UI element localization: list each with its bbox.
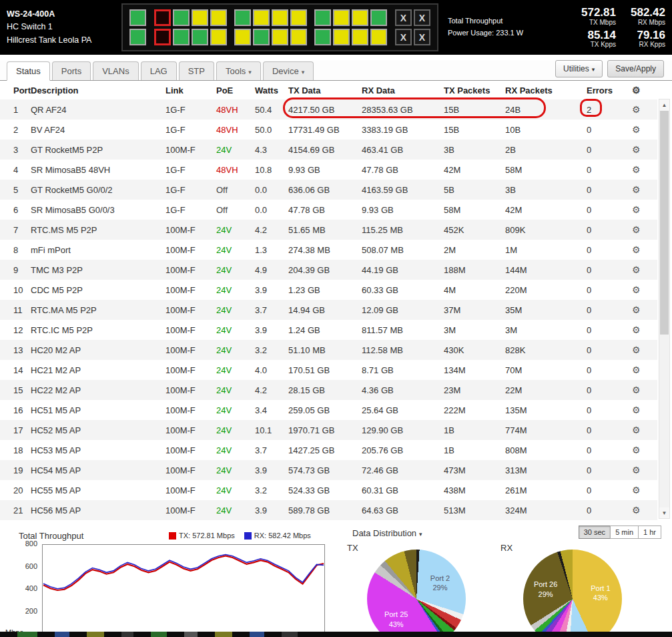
chevron-down-icon: ▾ [302,69,305,75]
table-row: 17HC52 M5 AP100M-F24V10.11970.71 GB129.9… [0,420,657,440]
port-led-green[interactable] [253,29,270,45]
sfp-port-x[interactable]: X [395,9,412,26]
port-settings-button[interactable]: ⚙ [632,224,641,235]
port-settings-button[interactable]: ⚙ [632,345,641,355]
utilities-button[interactable]: Utilities▾ [555,60,603,77]
port-settings-button[interactable]: ⚙ [632,485,641,495]
save-apply-button[interactable]: Save/Apply [607,60,664,77]
tab-vlans[interactable]: VLANs [93,61,138,80]
port-led-yellow[interactable] [192,9,208,26]
port-led-yellow[interactable] [352,29,368,45]
port-settings-button[interactable]: ⚙ [632,365,641,375]
device-name: HC Switch 1 [7,21,115,33]
cell-link: 100M-F [163,380,214,400]
port-settings-button[interactable]: ⚙ [632,184,641,195]
port-led-green[interactable] [192,29,208,45]
cell-poe: 24V [214,360,252,380]
port-led-yellow[interactable] [253,9,270,26]
cell-poe: 24V [214,380,252,400]
cell-rx_packets: 58M [502,160,584,180]
tab-stp[interactable]: STP [179,61,214,80]
cell-rx_packets: 774M [502,420,584,440]
tab-label: Status [16,66,41,76]
port-led-yellow[interactable] [272,29,288,45]
port-settings-button[interactable]: ⚙ [632,304,641,315]
cell-errors: 0 [584,260,629,280]
sfp-port-x[interactable]: X [414,9,430,26]
port-led-yellow[interactable] [210,29,227,45]
port-settings-button[interactable]: ⚙ [632,385,641,395]
tab-device[interactable]: Device▾ [263,61,314,80]
port-settings-button[interactable]: ⚙ [632,264,641,275]
cell-errors: 0 [584,320,629,340]
sfp-port-x[interactable]: X [414,29,430,45]
scrollbar-thumb[interactable] [660,111,669,335]
cell-rx_packets: 22M [502,380,584,400]
cell-rx_data: 4.36 GB [359,380,441,400]
port-led-green[interactable] [370,9,387,26]
port-settings-button[interactable]: ⚙ [632,204,641,215]
port-led-green[interactable] [173,29,190,45]
interval-button-30-sec[interactable]: 30 sec [579,525,611,539]
port-led-yellow[interactable] [210,9,227,26]
table-row: 4SR MimosaB5 48VH1G-F48VH10.89.93 GB47.7… [0,160,657,180]
port-settings-button[interactable]: ⚙ [632,465,641,475]
port-settings-button[interactable]: ⚙ [632,144,641,155]
port-led-red[interactable] [154,29,171,45]
port-settings-button[interactable]: ⚙ [632,445,641,455]
port-settings-button[interactable]: ⚙ [632,325,641,335]
stat-label: TX Mbps [581,19,616,26]
port-settings-button[interactable]: ⚙ [632,124,641,135]
port-led-green[interactable] [314,9,331,26]
port-settings-button[interactable]: ⚙ [632,405,641,415]
device-info: WS-24-400A HC Switch 1 Hillcrest Tank Le… [0,4,121,51]
cell-link: 100M-F [163,280,214,300]
port-settings-button[interactable]: ⚙ [632,244,641,255]
tab-lag[interactable]: LAG [141,61,177,80]
interval-button-1-hr[interactable]: 1 hr [638,525,661,539]
port-led-green[interactable] [129,9,146,26]
port-led-green[interactable] [173,9,190,26]
port-led-yellow[interactable] [352,9,368,26]
port-led-yellow[interactable] [234,29,251,45]
port-settings-button[interactable]: ⚙ [632,505,641,515]
port-settings-button[interactable]: ⚙ [632,425,641,435]
chevron-down-icon: ▾ [592,66,595,73]
table-scrollbar[interactable]: ▲ ▼ [659,99,670,519]
cell-rx_data: 508.07 MB [359,240,441,260]
tab-status[interactable]: Status [7,61,50,81]
port-led-yellow[interactable] [370,29,387,45]
port-led-red[interactable] [154,9,171,26]
port-led-green[interactable] [234,9,251,26]
data-distribution-dropdown[interactable]: Data Distribution▾ [352,528,422,538]
port-led-green[interactable] [314,29,331,45]
tab-ports[interactable]: Ports [52,61,91,80]
port-settings-button[interactable]: ⚙ [632,104,641,115]
port-led-yellow[interactable] [290,29,307,45]
port-settings-button[interactable]: ⚙ [632,284,641,295]
port-led-yellow[interactable] [333,9,350,26]
port-column [192,9,208,45]
sfp-port-x[interactable]: X [395,29,412,45]
cell-description: RTC.IC M5 P2P [28,320,163,340]
port-led-yellow[interactable] [333,29,350,45]
scroll-up-arrow[interactable]: ▲ [659,99,669,110]
scroll-down-arrow[interactable]: ▼ [659,507,669,518]
column-header-description: Description [28,81,163,99]
tab-label: STP [188,66,205,76]
port-led-green[interactable] [129,29,146,45]
stat-label: RX Kpps [631,41,665,48]
gear-icon[interactable]: ⚙ [632,85,641,95]
port-led-yellow[interactable] [272,9,288,26]
chevron-down-icon: ▾ [248,69,252,75]
cell-tx_packets: 2M [441,240,502,260]
interval-button-5-min[interactable]: 5 min [610,525,639,539]
tab-tools[interactable]: Tools▾ [216,61,261,80]
tab-label: Ports [61,66,81,76]
port-settings-button[interactable]: ⚙ [632,164,641,175]
port-led-yellow[interactable] [290,9,307,26]
y-axis-tick-600: 600 [0,562,37,570]
cell-watts: 3.7 [252,300,286,320]
port-column [333,9,350,45]
table-row: 21HC56 M5 AP100M-F24V3.9589.78 GB64.63 G… [0,500,657,520]
